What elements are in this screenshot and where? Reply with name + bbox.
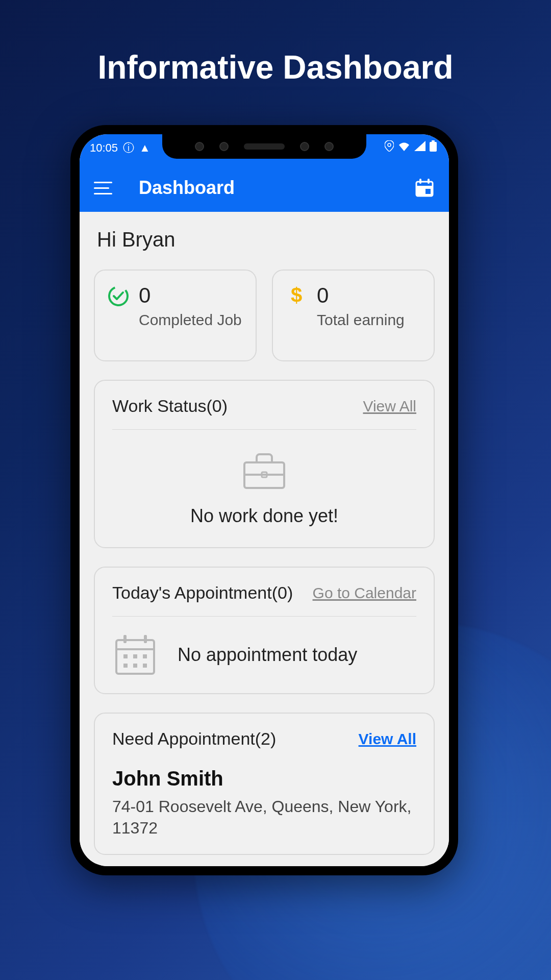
go-to-calendar-link[interactable]: Go to Calendar (313, 584, 416, 602)
wifi-icon (398, 141, 410, 153)
completed-jobs-card[interactable]: 0 Completed Job (94, 270, 257, 361)
calendar-large-icon (112, 632, 158, 678)
phone-notch (162, 134, 366, 159)
battery-icon (430, 140, 437, 154)
work-status-title: Work Status(0) (112, 396, 228, 416)
work-status-panel: Work Status(0) View All No work done yet… (94, 380, 435, 548)
svg-rect-1 (432, 140, 435, 142)
appointment-address: 74-01 Roosevelt Ave, Queens, New York, 1… (112, 796, 416, 839)
status-time: 10:05 (90, 141, 118, 155)
today-appointment-panel: Today's Appointment(0) Go to Calendar (94, 567, 435, 694)
signal-icon (414, 141, 425, 153)
greeting: Hi Bryan (94, 228, 435, 251)
svg-text:$: $ (291, 285, 302, 306)
today-appointment-empty-text: No appointment today (178, 644, 357, 666)
need-appointment-view-all-link[interactable]: View All (359, 730, 416, 748)
svg-rect-17 (123, 654, 128, 658)
appointment-name: John Smith (112, 767, 416, 790)
need-appointment-panel: Need Appointment(2) View All John Smith … (94, 713, 435, 855)
svg-rect-22 (143, 664, 147, 668)
briefcase-icon (241, 450, 287, 491)
check-circle-icon (107, 285, 130, 307)
svg-rect-20 (123, 664, 128, 668)
dollar-icon: $ (285, 285, 308, 307)
completed-jobs-value: 0 (139, 285, 242, 306)
menu-button[interactable] (94, 178, 114, 198)
svg-rect-6 (428, 179, 430, 184)
svg-rect-16 (144, 635, 147, 643)
work-status-view-all-link[interactable]: View All (363, 398, 416, 415)
app-bar-title: Dashboard (139, 177, 235, 199)
svg-rect-18 (133, 654, 137, 658)
svg-rect-7 (425, 189, 431, 194)
app-bar: Dashboard (80, 164, 449, 212)
warning-icon: ▲ (139, 141, 151, 155)
need-appointment-title: Need Appointment(2) (112, 729, 276, 749)
total-earning-value: 0 (317, 285, 405, 306)
svg-rect-19 (143, 654, 147, 658)
svg-rect-5 (419, 179, 421, 184)
svg-rect-15 (123, 635, 127, 643)
phone-frame: 10:05 ⓘ ▲ (70, 125, 458, 875)
marketing-title: Informative Dashboard (0, 0, 551, 86)
info-icon: ⓘ (123, 140, 134, 156)
svg-rect-0 (430, 142, 437, 152)
today-appointment-title: Today's Appointment(0) (112, 583, 293, 603)
total-earning-card[interactable]: $ 0 Total earning (272, 270, 435, 361)
total-earning-label: Total earning (317, 310, 405, 330)
location-icon (385, 140, 394, 154)
completed-jobs-label: Completed Job (139, 310, 242, 330)
calendar-button[interactable] (414, 178, 435, 198)
svg-rect-21 (133, 664, 137, 668)
work-status-empty-text: No work done yet! (190, 505, 338, 527)
